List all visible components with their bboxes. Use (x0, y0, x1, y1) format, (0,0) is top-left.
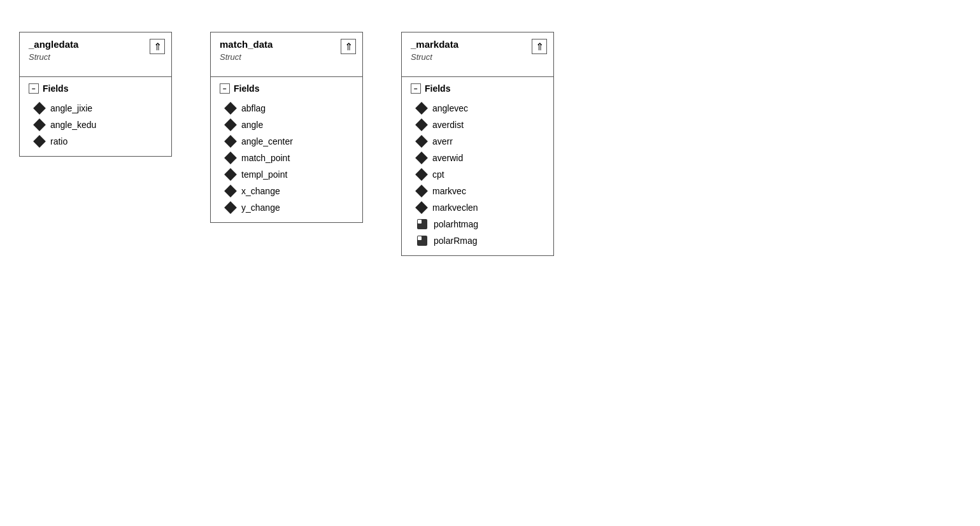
diamond-icon (224, 135, 237, 148)
diamond-icon (415, 201, 428, 214)
angledata-fields-header: − Fields (29, 83, 162, 94)
list-item: polarRmag (417, 232, 544, 249)
field-name: markvec (432, 186, 466, 196)
field-name: polarRmag (434, 236, 477, 246)
diamond-icon (415, 118, 428, 131)
list-item: templ_point (226, 166, 353, 183)
field-name: ratio (50, 136, 67, 146)
field-name: angle (241, 120, 263, 130)
markdata-collapse-icon[interactable]: ⇑ (532, 39, 547, 54)
list-item: averdist (417, 117, 544, 133)
field-name: averr (432, 136, 453, 146)
field-name: polarhtmag (434, 219, 478, 229)
field-name: cpt (432, 169, 444, 180)
list-item: angle (226, 117, 353, 133)
angledata-field-list: angle_jixie angle_kedu ratio (29, 100, 162, 150)
markdata-fields-label: Fields (425, 83, 450, 94)
list-item: averr (417, 133, 544, 150)
list-item: abflag (226, 100, 353, 117)
field-name: abflag (241, 103, 266, 113)
list-item: polarhtmag (417, 216, 544, 232)
diamond-icon (415, 135, 428, 148)
angledata-fields-section: − Fields angle_jixie angle_kedu ratio (20, 77, 171, 156)
diamond-icon (224, 201, 237, 214)
diamond-icon (224, 118, 237, 131)
matchdata-title: match_data (220, 39, 353, 50)
markdata-fields-section: − Fields anglevec averdist averr (402, 77, 553, 255)
markdata-subtitle: Struct (411, 52, 544, 62)
diamond-icon (33, 135, 46, 148)
matchdata-fields-header: − Fields (220, 83, 353, 94)
angledata-collapse-icon[interactable]: ⇑ (150, 39, 165, 54)
struct-icon (417, 236, 427, 246)
field-name: match_point (241, 153, 290, 163)
diagram-container: _angledata Struct ⇑ − Fields angle_jixie… (19, 32, 554, 256)
markdata-fields-header: − Fields (411, 83, 544, 94)
markdata-box: _markdata Struct ⇑ − Fields anglevec ave… (401, 32, 554, 256)
diamond-icon (224, 152, 237, 164)
matchdata-fields-section: − Fields abflag angle angle_center (211, 77, 362, 222)
diamond-icon (415, 168, 428, 181)
field-name: angle_center (241, 136, 293, 146)
angledata-section-toggle[interactable]: − (29, 83, 39, 94)
matchdata-header: match_data Struct ⇑ (211, 32, 362, 77)
list-item: anglevec (417, 100, 544, 117)
matchdata-section-toggle[interactable]: − (220, 83, 230, 94)
matchdata-fields-label: Fields (234, 83, 259, 94)
diamond-icon (415, 102, 428, 115)
markdata-title: _markdata (411, 39, 544, 50)
field-name: angle_jixie (50, 103, 92, 113)
list-item: angle_jixie (35, 100, 162, 117)
angledata-subtitle: Struct (29, 52, 162, 62)
list-item: match_point (226, 150, 353, 166)
diamond-icon (224, 102, 237, 115)
list-item: angle_center (226, 133, 353, 150)
diamond-icon (415, 185, 428, 197)
matchdata-collapse-icon[interactable]: ⇑ (341, 39, 356, 54)
field-name: angle_kedu (50, 120, 96, 130)
matchdata-box: match_data Struct ⇑ − Fields abflag angl… (210, 32, 363, 223)
list-item: y_change (226, 199, 353, 216)
field-name: templ_point (241, 169, 287, 180)
angledata-fields-label: Fields (43, 83, 68, 94)
matchdata-subtitle: Struct (220, 52, 353, 62)
list-item: markvec (417, 183, 544, 199)
diamond-icon (33, 118, 46, 131)
field-name: y_change (241, 203, 280, 213)
diamond-icon (224, 185, 237, 197)
field-name: anglevec (432, 103, 468, 113)
markdata-section-toggle[interactable]: − (411, 83, 421, 94)
list-item: x_change (226, 183, 353, 199)
list-item: angle_kedu (35, 117, 162, 133)
matchdata-field-list: abflag angle angle_center match_point te… (220, 100, 353, 216)
list-item: ratio (35, 133, 162, 150)
list-item: averwid (417, 150, 544, 166)
markdata-header: _markdata Struct ⇑ (402, 32, 553, 77)
list-item: markveclen (417, 199, 544, 216)
angledata-box: _angledata Struct ⇑ − Fields angle_jixie… (19, 32, 172, 157)
diamond-icon (224, 168, 237, 181)
field-name: averdist (432, 120, 464, 130)
list-item: cpt (417, 166, 544, 183)
struct-icon (417, 219, 427, 229)
field-name: x_change (241, 186, 280, 196)
field-name: averwid (432, 153, 463, 163)
diamond-icon (33, 102, 46, 115)
diamond-icon (415, 152, 428, 164)
angledata-title: _angledata (29, 39, 162, 50)
field-name: markveclen (432, 203, 478, 213)
markdata-field-list: anglevec averdist averr averwid cpt (411, 100, 544, 249)
angledata-header: _angledata Struct ⇑ (20, 32, 171, 77)
